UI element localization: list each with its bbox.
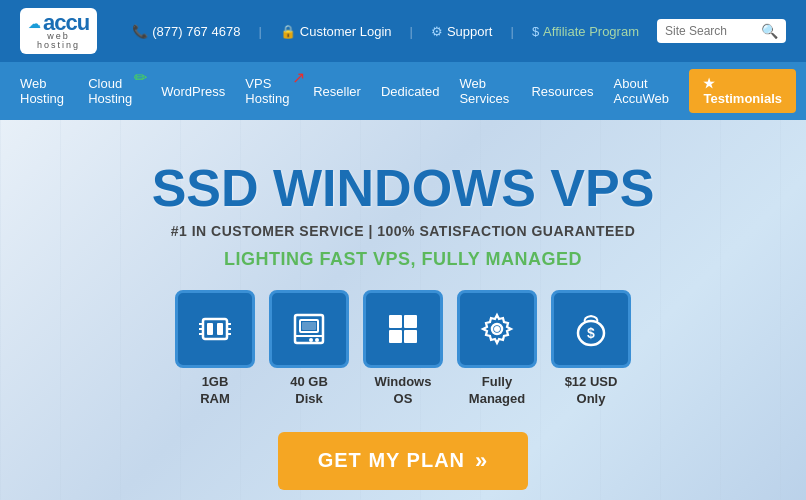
managed-icon-box <box>457 290 537 368</box>
svg-rect-1 <box>207 323 213 335</box>
hero-title: SSD WINDOWS VPS <box>20 160 786 217</box>
feature-price: $ $12 USDOnly <box>551 290 631 408</box>
cta-button[interactable]: GET MY PLAN » <box>278 432 529 490</box>
chevrons-icon: » <box>475 448 488 474</box>
windows-icon <box>383 309 423 349</box>
nav-testimonials[interactable]: ★ Testimonials <box>689 69 796 113</box>
divider-1: | <box>258 24 261 39</box>
nav-about[interactable]: About AccuWeb <box>604 62 684 120</box>
dollar-icon: $ <box>532 24 539 39</box>
cta-label: GET MY PLAN <box>318 449 465 472</box>
ram-icon-box <box>175 290 255 368</box>
disk-icon-box <box>269 290 349 368</box>
disk-label: 40 GBDisk <box>290 374 328 408</box>
managed-label: FullyManaged <box>469 374 525 408</box>
pencil-icon: ✏ <box>134 68 147 87</box>
customer-login-link[interactable]: 🔒 Customer Login <box>280 24 392 39</box>
nav-web-hosting[interactable]: Web Hosting <box>10 62 78 120</box>
dollar-bag-icon: $ <box>571 309 611 349</box>
cpu-icon <box>195 309 235 349</box>
nav-resources[interactable]: Resources <box>521 70 603 113</box>
divider-2: | <box>410 24 413 39</box>
price-label: $12 USDOnly <box>565 374 618 408</box>
support-label: Support <box>447 24 493 39</box>
divider-3: | <box>510 24 513 39</box>
features-row: 1GBRAM 40 GBDisk <box>20 290 786 408</box>
windows-label: WindowsOS <box>375 374 432 408</box>
nav-web-services[interactable]: Web Services <box>449 62 521 120</box>
nav-bar: Web Hosting Cloud Hosting✏ WordPress VPS… <box>0 62 806 120</box>
svg-point-20 <box>494 326 500 332</box>
svg-point-14 <box>309 338 313 342</box>
affiliate-label: Affiliate Program <box>543 24 639 39</box>
customer-login-label: Customer Login <box>300 24 392 39</box>
hero-tagline: LIGHTING FAST VPS, FULLY MANAGED <box>20 249 786 270</box>
hero-section: SSD WINDOWS VPS #1 IN CUSTOMER SERVICE |… <box>0 120 806 500</box>
affiliate-link[interactable]: $ Affiliate Program <box>532 24 639 39</box>
phone-link[interactable]: 📞 (877) 767 4678 <box>132 24 240 39</box>
search-input[interactable] <box>665 24 755 38</box>
cta-area: GET MY PLAN » <box>20 432 786 490</box>
feature-disk: 40 GBDisk <box>269 290 349 408</box>
nav-wordpress[interactable]: WordPress <box>151 70 235 113</box>
nav-dedicated[interactable]: Dedicated <box>371 70 450 113</box>
svg-rect-17 <box>389 330 402 343</box>
feature-ram: 1GBRAM <box>175 290 255 408</box>
svg-rect-16 <box>404 315 417 328</box>
lock-icon: 🔒 <box>280 24 296 39</box>
logo-hosting: hosting <box>37 41 80 50</box>
search-button[interactable]: 🔍 <box>761 23 778 39</box>
settings-icon <box>477 309 517 349</box>
svg-rect-0 <box>203 319 227 339</box>
feature-managed: FullyManaged <box>457 290 537 408</box>
search-box: 🔍 <box>657 19 786 43</box>
support-link[interactable]: ⚙ Support <box>431 24 493 39</box>
svg-rect-18 <box>404 330 417 343</box>
disk-icon <box>289 309 329 349</box>
nav-reseller[interactable]: Reseller <box>303 70 371 113</box>
price-icon-box: $ <box>551 290 631 368</box>
svg-rect-2 <box>217 323 223 335</box>
logo: ☁ accu web hosting <box>20 8 97 54</box>
phone-icon: 📞 <box>132 24 148 39</box>
svg-rect-15 <box>389 315 402 328</box>
svg-rect-11 <box>302 322 316 330</box>
support-icon: ⚙ <box>431 24 443 39</box>
ram-label: 1GBRAM <box>200 374 230 408</box>
svg-point-13 <box>315 338 319 342</box>
nav-cloud-hosting[interactable]: Cloud Hosting✏ <box>78 62 151 120</box>
hero-subtitle: #1 IN CUSTOMER SERVICE | 100% SATISFACTI… <box>20 223 786 239</box>
feature-windows: WindowsOS <box>363 290 443 408</box>
top-bar: ☁ accu web hosting 📞 (877) 767 4678 | 🔒 … <box>0 0 806 62</box>
windows-icon-box <box>363 290 443 368</box>
nav-vps-hosting[interactable]: VPS Hosting↗ <box>235 62 303 120</box>
top-links: 📞 (877) 767 4678 | 🔒 Customer Login | ⚙ … <box>132 19 786 43</box>
logo-area: ☁ accu web hosting <box>20 8 97 54</box>
svg-text:$: $ <box>587 325 595 341</box>
phone-number: (877) 767 4678 <box>152 24 240 39</box>
